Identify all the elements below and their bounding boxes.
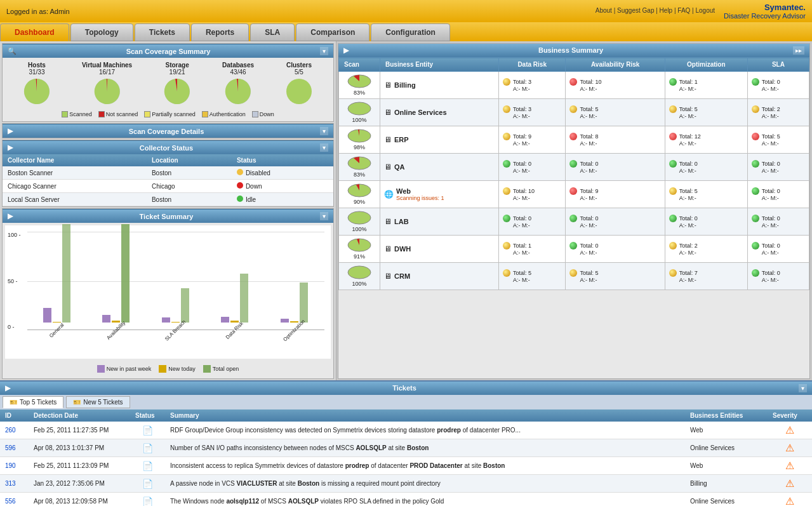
qa-ar-total: Total: 0 — [580, 161, 598, 167]
legend-scanned-color — [62, 111, 68, 117]
bar-opt-week — [281, 319, 289, 323]
billing-ar-total: Total: 10 — [580, 79, 601, 85]
nav-tab-reports[interactable]: Reports — [191, 23, 249, 41]
crm-ar-detail: A:- M:- — [569, 277, 660, 283]
collector-status-local: Idle — [232, 193, 333, 206]
nav-tab-sla[interactable]: SLA — [250, 23, 295, 41]
qa-dr-total: Total: 0 — [513, 161, 531, 167]
bs-icon: ▶ — [343, 46, 349, 55]
scan-details-icon: ▶ — [8, 127, 13, 135]
nav-tab-topology[interactable]: Topology — [70, 23, 133, 41]
ticket-id-556[interactable]: 556 — [0, 493, 29, 507]
erp-name[interactable]: ERP — [394, 136, 409, 143]
bs-table-wrapper: Scan Business Entity Data Risk Availabil… — [338, 57, 809, 378]
logout-link[interactable]: Logout — [696, 7, 715, 14]
dwh-sla: Total: 0 A:- M:- — [747, 236, 809, 263]
tickets-expand[interactable]: ▾ — [799, 384, 807, 392]
qa-scan: 83% — [339, 154, 380, 181]
web-optimization: Total: 5 A:- M:- — [665, 181, 747, 208]
qa-server-icon: 🖥 — [384, 163, 392, 171]
online-name[interactable]: Online Services — [394, 109, 447, 116]
dwh-name[interactable]: DWH — [394, 245, 411, 253]
bs-col-availrisk: Availability Risk — [566, 58, 665, 72]
dwh-dr-detail: A:- M:- — [503, 250, 562, 256]
qa-sla-dot — [752, 160, 759, 168]
ticket-id-596[interactable]: 596 — [0, 439, 29, 457]
ticket-row-313: 313 Jan 23, 2012 7:35:06 PM 📄 A passive … — [0, 475, 812, 493]
dwh-server-icon: 🖥 — [384, 244, 392, 253]
legend-partially-label: Partially scanned — [152, 111, 196, 117]
ticket-id-190[interactable]: 190 — [0, 457, 29, 475]
ticket-id-260[interactable]: 260 — [0, 422, 29, 439]
nav-tab-comparison[interactable]: Comparison — [296, 23, 369, 41]
qa-ar-detail: A:- M:- — [569, 168, 660, 174]
qa-name[interactable]: QA — [394, 163, 405, 171]
left-panel: 🔍 Scan Coverage Summary ▾ Hosts 31/33 — [0, 41, 336, 380]
scan-coverage-details: ▶ Scan Coverage Details ▾ — [2, 123, 334, 138]
online-sla-detail: A:- M:- — [752, 113, 805, 119]
billing-optimization: Total: 1 A:- M:- — [665, 72, 747, 99]
crm-opt-dot — [669, 269, 677, 277]
online-dr-total: Total: 3 — [513, 106, 531, 112]
lab-name[interactable]: LAB — [394, 218, 409, 225]
warn-icon-190: ⚠ — [785, 460, 794, 471]
erp-sla-total: Total: 5 — [762, 133, 780, 140]
scan-details-title: Scan Coverage Details — [129, 128, 204, 135]
about-link[interactable]: About — [596, 7, 612, 14]
erp-dr-detail: A:- M:- — [503, 140, 562, 147]
faq-link[interactable]: FAQ — [677, 7, 690, 14]
bar-group-optimization: Optimization — [280, 283, 308, 333]
bs-row-online: 100% 🖥 Online Services Total: 3 — [339, 99, 809, 126]
tab-top5[interactable]: 🎫 Top 5 Tickets — [3, 396, 63, 408]
tab-new5[interactable]: 🎫 New 5 Tickets — [66, 396, 130, 408]
doc-icon-556: 📄 — [142, 496, 153, 507]
crm-dr-detail: A:- M:- — [503, 277, 562, 283]
scan-host-vms: Virtual Machines 16/17 — [82, 62, 132, 109]
col-collector-name: Collector Name — [3, 154, 147, 166]
nav-tab-configuration[interactable]: Configuration — [371, 23, 450, 41]
svg-point-10 — [348, 211, 371, 224]
collector-location-chicago: Chicago — [147, 180, 232, 193]
legend-total-color — [203, 365, 211, 373]
scan-summary-expand[interactable]: ▾ — [320, 47, 328, 55]
nav-tab-tickets[interactable]: Tickets — [135, 23, 190, 41]
qa-entity: 🖥 QA — [380, 154, 499, 181]
suggest-gap-link[interactable]: Suggest Gap — [617, 7, 654, 14]
online-dr-dot — [503, 105, 510, 113]
ticket-id-313[interactable]: 313 — [0, 475, 29, 493]
bar-general-total — [62, 224, 70, 323]
bs-expand[interactable]: ▸▸ — [793, 46, 804, 55]
billing-opt-dot — [669, 78, 677, 86]
crm-scan-pct: 100% — [343, 281, 376, 287]
crm-name[interactable]: CRM — [394, 272, 410, 280]
billing-ar-dot — [569, 78, 577, 86]
ticket-date-190: Feb 25, 2011 11:23:09 PM — [29, 457, 130, 475]
dwh-sla-detail: A:- M:- — [752, 250, 805, 256]
nav-tab-dashboard[interactable]: Dashboard — [0, 23, 69, 41]
web-dr-dot — [503, 187, 510, 195]
tickets-section: ▶ Tickets ▾ 🎫 Top 5 Tickets 🎫 New 5 Tick… — [0, 380, 812, 506]
tickets-section-header: ▶ Tickets ▾ — [0, 382, 812, 395]
scan-host-clusters: Clusters 5/5 — [283, 62, 315, 109]
erp-opt-detail: A:- M:- — [669, 140, 743, 147]
web-scan-pct: 90% — [343, 199, 376, 205]
online-sla-dot — [752, 105, 759, 113]
scan-details-expand[interactable]: ▾ — [320, 127, 328, 135]
ticket-summary-icon: ▶ — [8, 212, 13, 220]
web-sla: Total: 0 A:- M:- — [747, 181, 809, 208]
scan-icon: 🔍 — [8, 47, 17, 55]
qa-scan-pct: 83% — [343, 171, 376, 178]
web-name[interactable]: Web — [396, 187, 444, 195]
scan-details-header: ▶ Scan Coverage Details ▾ — [3, 124, 333, 138]
billing-sla: Total: 0 A:- M:- — [747, 72, 809, 99]
chart-legend: New in past week New today Total open — [3, 363, 333, 375]
web-opt-total: Total: 5 — [679, 188, 698, 194]
ticket-summary-expand[interactable]: ▾ — [320, 212, 328, 220]
lab-optimization: Total: 0 A:- M:- — [665, 208, 747, 236]
y-label-50: 50 - — [8, 278, 21, 284]
collector-expand[interactable]: ▾ — [320, 143, 328, 152]
billing-name[interactable]: Billing — [394, 81, 416, 89]
online-server-icon: 🖥 — [384, 108, 392, 117]
help-link[interactable]: Help — [660, 7, 673, 14]
bs-row-erp: 98% 🖥 ERP Total: 9 — [339, 126, 809, 154]
